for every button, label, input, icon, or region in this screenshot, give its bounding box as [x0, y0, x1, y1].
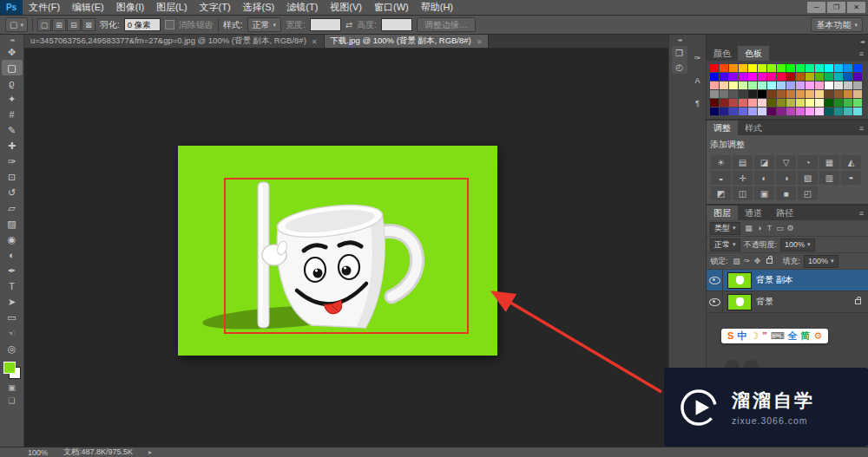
panel-menu-icon[interactable]: ≡ — [859, 209, 864, 218]
adjustment-icon[interactable]: ◑ — [776, 171, 796, 185]
color-swatch[interactable] — [853, 108, 862, 115]
eyedropper-tool[interactable]: ✎ — [2, 122, 23, 138]
adjustment-icon[interactable]: ☀ — [711, 155, 731, 169]
minimize-button[interactable]: ─ — [807, 2, 825, 13]
adjustment-icon[interactable]: ◩ — [711, 186, 731, 200]
color-swatch[interactable] — [853, 82, 862, 89]
color-swatch[interactable] — [729, 73, 738, 81]
visibility-cell[interactable] — [707, 270, 723, 291]
color-swatch[interactable] — [729, 90, 738, 98]
adjustment-icon[interactable]: ◰ — [798, 186, 818, 200]
color-swatch[interactable] — [720, 108, 728, 115]
clone-stamp-tool[interactable]: ⊡ — [2, 169, 23, 185]
layer-row[interactable]: 背景 — [707, 291, 868, 313]
adjustment-icon[interactable]: ▧ — [798, 171, 818, 185]
color-swatch[interactable] — [834, 73, 843, 81]
adjustment-icon[interactable]: ◓ — [841, 171, 861, 185]
color-swatch[interactable] — [815, 108, 824, 115]
color-swatch[interactable] — [777, 73, 786, 81]
color-swatch[interactable] — [758, 99, 766, 107]
lock-option-icon[interactable]: ▨ — [732, 257, 742, 265]
color-swatch[interactable] — [834, 99, 843, 107]
color-swatch[interactable] — [758, 90, 766, 98]
menu-item[interactable]: 帮助(H) — [415, 0, 459, 15]
panel-tab[interactable]: 颜色 — [707, 46, 738, 61]
zoom-tool[interactable]: ◎ — [2, 341, 23, 356]
color-swatch[interactable] — [806, 82, 814, 89]
status-expand-icon[interactable]: ▸ — [148, 448, 152, 456]
canvas[interactable] — [24, 49, 668, 447]
hand-tool[interactable]: ☜ — [2, 325, 23, 341]
quick-selection-tool[interactable]: ✦ — [2, 91, 23, 107]
lasso-tool[interactable]: ϱ — [2, 75, 23, 91]
color-swatch[interactable] — [758, 73, 766, 81]
color-swatch[interactable] — [844, 73, 852, 81]
brush-panel-icon[interactable]: ✑ — [691, 52, 705, 64]
adjustment-icon[interactable]: ◪ — [754, 155, 774, 169]
color-swatch[interactable] — [825, 99, 833, 107]
color-swatch[interactable] — [844, 99, 852, 107]
close-icon[interactable] — [312, 36, 318, 46]
color-swatch[interactable] — [806, 64, 814, 72]
color-swatch[interactable] — [834, 108, 843, 115]
color-swatch[interactable] — [806, 73, 814, 81]
color-swatch[interactable] — [748, 99, 757, 107]
color-swatch[interactable] — [853, 73, 862, 81]
zoom-level[interactable]: 100% — [28, 448, 48, 457]
color-swatch[interactable] — [710, 99, 719, 107]
swap-dimensions-icon[interactable]: ⇄ — [345, 20, 352, 29]
dock-collapse-icon[interactable]: ◂◂ — [707, 35, 868, 46]
healing-brush-tool[interactable]: ✚ — [2, 138, 23, 153]
color-swatch[interactable] — [806, 90, 814, 98]
visibility-cell[interactable] — [707, 291, 723, 312]
color-chips[interactable] — [3, 362, 21, 379]
selection-mode-button[interactable]: ⊟ — [67, 18, 81, 31]
lock-option-icon[interactable]: ✥ — [753, 257, 763, 265]
color-swatch[interactable] — [748, 64, 757, 72]
close-button[interactable]: ✕ — [847, 2, 865, 13]
color-swatch[interactable] — [729, 99, 738, 107]
lock-all-icon[interactable] — [766, 258, 773, 264]
menu-item[interactable]: 视图(V) — [324, 0, 368, 15]
blur-tool[interactable]: ◉ — [2, 232, 23, 247]
color-swatch[interactable] — [825, 82, 833, 89]
collapse-dock-icon[interactable]: ◂◂ — [677, 36, 681, 42]
style-dropdown[interactable]: 正常 ▾ — [247, 17, 282, 32]
adjustment-icon[interactable]: ◔ — [798, 155, 818, 169]
color-swatch[interactable] — [796, 108, 805, 115]
adjustment-icon[interactable]: ✛ — [733, 171, 753, 185]
tool-preset-picker[interactable]: ▢ ▾ — [5, 17, 28, 32]
adjustment-icon[interactable]: ■ — [776, 186, 796, 200]
color-swatch[interactable] — [786, 90, 795, 98]
color-swatch[interactable] — [739, 82, 747, 89]
sogou-logo-icon[interactable]: S — [727, 329, 733, 343]
adjustment-icon[interactable]: ▽ — [776, 155, 796, 169]
fullwidth-icon[interactable]: 全 — [788, 329, 798, 343]
settings-wrench-icon[interactable]: ⚙ — [814, 329, 823, 343]
color-swatch[interactable] — [710, 82, 719, 89]
maximize-button[interactable]: ❐ — [827, 2, 845, 13]
filter-kind-dropdown[interactable]: 类型 ▾ — [710, 222, 740, 235]
color-swatch[interactable] — [786, 99, 795, 107]
color-swatch[interactable] — [767, 64, 776, 72]
panel-tab[interactable]: 路径 — [769, 206, 800, 220]
color-swatch[interactable] — [710, 64, 719, 72]
path-selection-tool[interactable]: ➤ — [2, 294, 23, 310]
color-swatch[interactable] — [748, 82, 757, 89]
selection-mode-button[interactable]: ⊠ — [82, 18, 95, 31]
brush-tool[interactable]: ✑ — [2, 153, 23, 169]
color-swatch[interactable] — [739, 108, 747, 115]
color-swatch[interactable] — [844, 90, 852, 98]
workspace-switcher[interactable]: 基本功能 ▾ — [811, 17, 863, 32]
color-swatch[interactable] — [834, 82, 843, 89]
color-swatch[interactable] — [729, 82, 738, 89]
width-input[interactable] — [310, 18, 341, 31]
filter-type-icon[interactable]: ▦ — [744, 224, 754, 232]
color-swatch[interactable] — [748, 108, 757, 115]
color-swatch[interactable] — [720, 64, 728, 72]
color-swatch[interactable] — [777, 82, 786, 89]
color-swatch[interactable] — [806, 99, 814, 107]
panel-tab[interactable]: 样式 — [738, 121, 769, 135]
menu-item[interactable]: 文字(T) — [194, 0, 237, 15]
color-swatch[interactable] — [806, 108, 814, 115]
